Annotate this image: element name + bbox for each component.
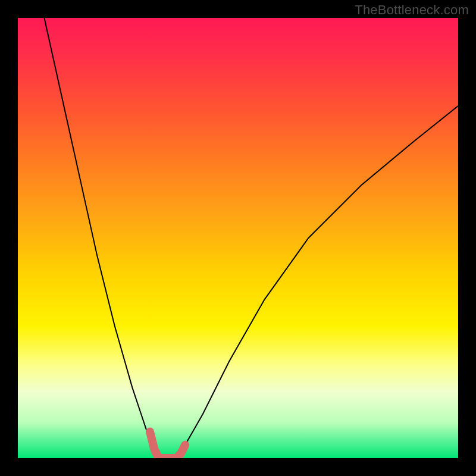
curves-svg [18,18,458,458]
optimum-marker [150,432,185,458]
bottleneck-curve-left [44,18,158,458]
outer-frame: TheBottleneck.com [0,0,476,476]
bottleneck-curve-right [176,106,458,458]
watermark-text: TheBottleneck.com [355,2,469,18]
plot-area [18,18,458,458]
